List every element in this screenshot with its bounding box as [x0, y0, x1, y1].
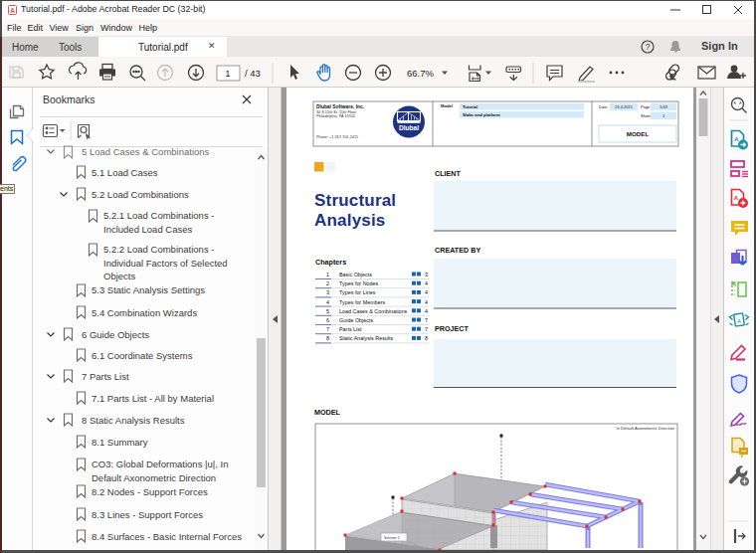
svg-text:1: 1 [326, 272, 329, 277]
svg-text:MODEL: MODEL [627, 130, 650, 137]
svg-text:4: 4 [425, 299, 428, 305]
svg-text:Dlubal Software, Inc.: Dlubal Software, Inc. [316, 104, 365, 109]
svg-text:Tutorial: Tutorial [463, 104, 477, 109]
svg-text:In Default Axonometric Directi: In Default Axonometric Direction [617, 426, 675, 431]
svg-text:Structural: Structural [314, 191, 396, 210]
svg-text:Phone: +1 267-702-2415: Phone: +1 267-702-2415 [316, 135, 358, 139]
svg-text:Date: Date [599, 104, 608, 109]
svg-text:4: 4 [425, 280, 428, 286]
svg-text:1: 1 [225, 68, 230, 79]
svg-text:5: 5 [326, 308, 329, 314]
svg-text:8: 8 [326, 335, 329, 341]
svg-text:Philadelphia, PA 19102: Philadelphia, PA 19102 [316, 114, 355, 118]
svg-text:Sheet: Sheet [641, 113, 652, 118]
svg-text:A: A [734, 136, 739, 142]
svg-text:Static Analysis Results: Static Analysis Results [339, 335, 394, 341]
svg-text:4: 4 [326, 299, 329, 305]
svg-text:/ 43: / 43 [245, 68, 261, 79]
svg-text:8: 8 [425, 335, 428, 341]
svg-text:Load Cases & Combinations: Load Cases & Combinations [339, 308, 408, 314]
svg-text:6: 6 [326, 317, 329, 323]
svg-text:Slabs and platform: Slabs and platform [463, 112, 500, 117]
svg-text:A: A [734, 195, 739, 201]
svg-text:66.7%: 66.7% [407, 68, 434, 79]
svg-text:4: 4 [425, 308, 428, 314]
svg-text:2: 2 [326, 280, 329, 286]
svg-text:Types for Lines: Types for Lines [339, 289, 376, 295]
svg-text:Types for Nodes: Types for Nodes [339, 280, 379, 286]
svg-text:7: 7 [425, 317, 428, 323]
svg-text:Parts List: Parts List [339, 326, 362, 332]
svg-text:Dlubal: Dlubal [399, 124, 419, 131]
svg-text:Page: Page [641, 104, 651, 109]
svg-text:A: A [737, 318, 741, 324]
svg-text:23.4.2021: 23.4.2021 [615, 104, 634, 109]
svg-text:1/43: 1/43 [660, 104, 668, 109]
svg-text:Analysis: Analysis [314, 211, 386, 230]
svg-text:A: A [10, 7, 15, 14]
svg-text:3: 3 [326, 289, 329, 295]
svg-text:Guide Objects: Guide Objects [339, 317, 373, 323]
svg-text:Chapters: Chapters [315, 258, 346, 267]
svg-text:7: 7 [326, 326, 329, 332]
svg-text:?: ? [645, 42, 650, 52]
svg-text:PROJECT: PROJECT [435, 324, 470, 333]
svg-text:4: 4 [425, 289, 428, 295]
svg-text:Section 1: Section 1 [384, 536, 400, 540]
svg-text:Types for Members: Types for Members [339, 299, 385, 305]
svg-text:CREATED BY: CREATED BY [435, 246, 480, 255]
svg-text:Basic Objects: Basic Objects [339, 272, 372, 277]
svg-text:CLIENT: CLIENT [435, 169, 462, 178]
svg-text:7: 7 [425, 326, 428, 332]
svg-text:Model: Model [441, 103, 453, 108]
svg-text:3: 3 [425, 272, 428, 277]
svg-text:MODEL: MODEL [314, 408, 341, 417]
